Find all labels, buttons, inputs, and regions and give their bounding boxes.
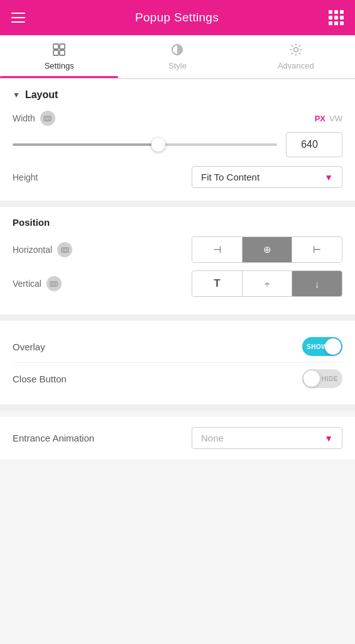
unit-buttons: PX VW xyxy=(315,114,342,123)
animation-dropdown-arrow-icon: ▼ xyxy=(324,433,333,443)
horizontal-left-icon: ⊣ xyxy=(213,244,221,255)
header: Popup Settings xyxy=(0,0,355,35)
tab-settings-label: Settings xyxy=(45,61,74,70)
apps-icon[interactable] xyxy=(329,10,344,25)
width-label-group: Width xyxy=(13,111,55,126)
width-input[interactable] xyxy=(286,132,342,157)
animation-label: Entrance Animation xyxy=(13,433,94,443)
horizontal-right-button[interactable]: ⊢ xyxy=(292,237,342,262)
unit-vw-button[interactable]: VW xyxy=(329,114,342,123)
vertical-btn-group: T ÷ ↓ xyxy=(192,270,342,297)
tab-style[interactable]: Style xyxy=(118,35,236,78)
vertical-label: Vertical xyxy=(13,279,41,289)
vertical-responsive-icon[interactable] xyxy=(46,276,62,291)
layout-section: ▼ Layout Width PX VW Height Fit T xyxy=(0,79,355,201)
vertical-row: Vertical T ÷ ↓ xyxy=(13,270,342,297)
svg-rect-0 xyxy=(53,44,58,49)
vertical-middle-icon: ÷ xyxy=(265,279,270,289)
position-title: Position xyxy=(13,217,342,228)
horizontal-right-icon: ⊢ xyxy=(313,244,321,255)
horizontal-center-icon: ⊕ xyxy=(263,244,271,255)
layout-title: Layout xyxy=(25,89,58,101)
horizontal-label: Horizontal xyxy=(13,245,52,255)
menu-icon[interactable] xyxy=(11,13,25,23)
position-section: Position Horizontal ⊣ ⊕ ⊢ xyxy=(0,207,355,314)
overlay-row: Overlay SHOW xyxy=(13,331,342,363)
svg-rect-6 xyxy=(44,116,51,121)
horizontal-left-button[interactable]: ⊣ xyxy=(192,237,243,262)
vertical-label-group: Vertical xyxy=(13,276,62,291)
animation-dropdown[interactable]: None ▼ xyxy=(192,427,342,449)
toggle-section: Overlay SHOW Close Button HIDE xyxy=(0,321,355,404)
height-dropdown-arrow-icon: ▼ xyxy=(324,172,333,182)
overlay-toggle-knob xyxy=(325,338,341,355)
svg-rect-10 xyxy=(50,282,57,286)
horizontal-row: Horizontal ⊣ ⊕ ⊢ xyxy=(13,236,342,263)
overlay-label: Overlay xyxy=(13,341,45,352)
animation-dropdown-value: None xyxy=(201,433,224,443)
svg-rect-8 xyxy=(62,248,68,252)
height-dropdown[interactable]: Fit To Content ▼ xyxy=(192,166,342,188)
advanced-tab-icon xyxy=(289,43,303,58)
style-tab-icon xyxy=(170,43,184,58)
width-slider-track[interactable] xyxy=(13,143,277,146)
height-row: Height Fit To Content ▼ xyxy=(13,166,342,191)
svg-rect-11 xyxy=(52,283,56,285)
svg-rect-1 xyxy=(60,44,65,49)
close-button-label: Close Button xyxy=(13,374,67,384)
width-label: Width xyxy=(13,113,35,123)
unit-px-button[interactable]: PX xyxy=(315,114,325,123)
svg-rect-3 xyxy=(60,50,65,55)
vertical-bottom-button[interactable]: ↓ xyxy=(292,271,342,296)
horizontal-label-group: Horizontal xyxy=(13,242,72,257)
tab-settings[interactable]: Settings xyxy=(0,35,118,78)
close-button-hide-text: HIDE xyxy=(322,375,338,382)
vertical-top-button[interactable]: T xyxy=(192,271,243,296)
close-button-toggle-knob xyxy=(303,370,320,387)
horizontal-center-button[interactable]: ⊕ xyxy=(243,237,293,262)
overlay-toggle[interactable]: SHOW xyxy=(302,337,342,356)
close-button-toggle[interactable]: HIDE xyxy=(302,369,342,388)
svg-rect-2 xyxy=(53,50,58,55)
svg-rect-9 xyxy=(63,249,67,251)
tab-advanced-label: Advanced xyxy=(278,61,314,70)
animation-section: Entrance Animation None ▼ xyxy=(0,417,355,459)
layout-section-header: ▼ Layout xyxy=(13,89,342,101)
width-slider-fill xyxy=(13,143,158,146)
vertical-top-icon: T xyxy=(214,277,220,290)
close-button-row: Close Button HIDE xyxy=(13,363,342,394)
width-row: Width PX VW xyxy=(13,111,342,126)
svg-point-5 xyxy=(293,48,298,52)
width-slider-thumb[interactable] xyxy=(151,138,165,152)
vertical-middle-button[interactable]: ÷ xyxy=(243,271,293,296)
animation-row: Entrance Animation None ▼ xyxy=(13,427,342,449)
width-slider-row xyxy=(13,132,342,157)
layout-chevron-icon[interactable]: ▼ xyxy=(13,91,20,99)
height-dropdown-value: Fit To Content xyxy=(201,172,259,182)
page-title: Popup Settings xyxy=(135,11,219,25)
vertical-bottom-icon: ↓ xyxy=(315,279,320,289)
tab-style-label: Style xyxy=(168,61,187,70)
settings-tab-icon xyxy=(52,43,66,58)
svg-rect-7 xyxy=(46,118,50,119)
horizontal-responsive-icon[interactable] xyxy=(57,242,72,257)
tab-bar: Settings Style Advanced xyxy=(0,35,355,79)
tab-advanced[interactable]: Advanced xyxy=(237,35,355,78)
horizontal-btn-group: ⊣ ⊕ ⊢ xyxy=(192,236,342,263)
width-responsive-icon[interactable] xyxy=(40,111,55,126)
height-label: Height xyxy=(13,172,38,182)
